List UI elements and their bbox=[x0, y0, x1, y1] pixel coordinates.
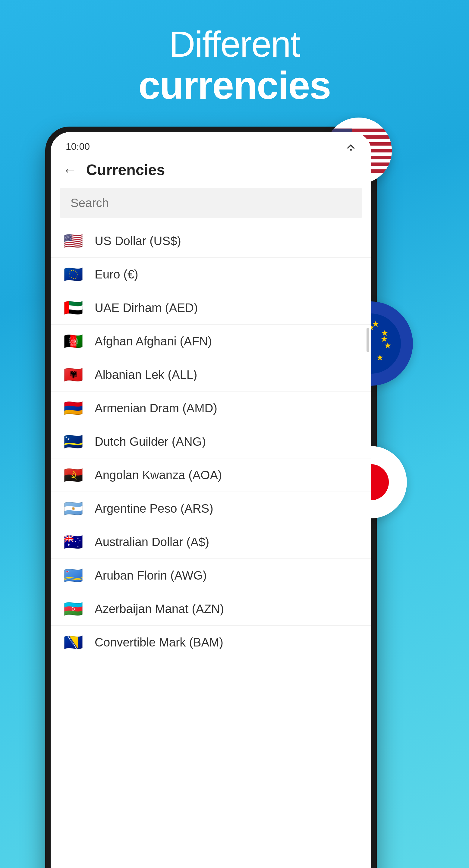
page-title: Currencies bbox=[86, 161, 165, 179]
status-bar: 10:00 bbox=[51, 132, 371, 155]
currency-list-item[interactable]: 🇦🇱Albanian Lek (ALL) bbox=[51, 358, 371, 392]
currency-name: US Dollar (US$) bbox=[95, 234, 181, 248]
status-icons bbox=[345, 143, 356, 151]
currency-name: Angolan Kwanza (AOA) bbox=[95, 468, 222, 482]
status-time: 10:00 bbox=[66, 141, 90, 152]
signal-icon bbox=[345, 143, 356, 151]
currency-name: Afghan Afghani (AFN) bbox=[95, 335, 212, 348]
svg-rect-30 bbox=[350, 149, 352, 151]
currency-flag: 🇦🇱 bbox=[63, 367, 84, 382]
header-line1: Different bbox=[0, 24, 469, 64]
currency-list-item[interactable]: 🇦🇷Argentine Peso (ARS) bbox=[51, 492, 371, 525]
phone-frame: ★ ★ ★ ★ ★ ★ ★ ★ ★ ★ ★ ★ ★ ★ ★ ★ ★ bbox=[45, 127, 377, 868]
phone-screen: 10:00 ← Currencies 🇺� bbox=[51, 132, 371, 868]
phone-content: 10:00 ← Currencies 🇺� bbox=[51, 132, 371, 868]
svg-text:★: ★ bbox=[372, 319, 379, 329]
currency-name: Euro (€) bbox=[95, 268, 138, 281]
currency-flag: 🇦🇺 bbox=[63, 534, 84, 550]
search-container bbox=[60, 188, 362, 218]
currency-list-item[interactable]: 🇦🇺Australian Dollar (A$) bbox=[51, 525, 371, 559]
currency-name: Argentine Peso (ARS) bbox=[95, 502, 213, 516]
currency-flag: 🇦🇼 bbox=[63, 568, 84, 583]
currency-flag: 🇦🇪 bbox=[63, 300, 84, 315]
back-button[interactable]: ← bbox=[63, 162, 77, 179]
currency-name: Aruban Florin (AWG) bbox=[95, 569, 207, 582]
currency-flag: 🇦🇿 bbox=[63, 601, 84, 616]
currency-list-item[interactable]: 🇦🇪UAE Dirham (AED) bbox=[51, 291, 371, 324]
currency-flag: 🇨🇼 bbox=[63, 434, 84, 449]
currency-list: 🇺🇸US Dollar (US$)🇪🇺Euro (€)🇦🇪UAE Dirham … bbox=[51, 224, 371, 868]
currency-name: Albanian Lek (ALL) bbox=[95, 368, 197, 381]
currency-flag: 🇺🇸 bbox=[63, 233, 84, 248]
scrollbar[interactable] bbox=[367, 328, 369, 352]
currency-list-item[interactable]: 🇺🇸US Dollar (US$) bbox=[51, 224, 371, 258]
currency-flag: 🇦🇴 bbox=[63, 467, 84, 483]
currency-flag: 🇦🇷 bbox=[63, 501, 84, 516]
currency-flag: 🇧🇦 bbox=[63, 635, 84, 650]
svg-text:★: ★ bbox=[376, 353, 384, 362]
header-section: Different currencies bbox=[0, 0, 469, 107]
currency-flag: 🇦🇲 bbox=[63, 401, 84, 415]
svg-text:★: ★ bbox=[380, 334, 388, 344]
header-line2: currencies bbox=[0, 64, 469, 107]
currency-list-item[interactable]: 🇦🇼Aruban Florin (AWG) bbox=[51, 559, 371, 592]
currency-name: Dutch Guilder (ANG) bbox=[95, 435, 206, 448]
currency-flag: 🇦🇫 bbox=[63, 334, 84, 349]
currency-list-item[interactable]: 🇪🇺Euro (€) bbox=[51, 258, 371, 291]
currency-name: Armenian Dram (AMD) bbox=[95, 401, 217, 415]
app-bar: ← Currencies bbox=[51, 155, 371, 188]
currency-list-item[interactable]: 🇧🇦Convertible Mark (BAM) bbox=[51, 626, 371, 659]
currency-name: UAE Dirham (AED) bbox=[95, 301, 198, 315]
search-input[interactable] bbox=[60, 188, 362, 218]
currency-list-item[interactable]: 🇨🇼Dutch Guilder (ANG) bbox=[51, 425, 371, 458]
currency-name: Australian Dollar (A$) bbox=[95, 535, 209, 549]
currency-list-item[interactable]: 🇦🇲Armenian Dram (AMD) bbox=[51, 392, 371, 425]
currency-flag: 🇪🇺 bbox=[63, 267, 84, 282]
currency-list-item[interactable]: 🇦🇫Afghan Afghani (AFN) bbox=[51, 324, 371, 358]
currency-list-item[interactable]: 🇦🇴Angolan Kwanza (AOA) bbox=[51, 458, 371, 492]
currency-name: Convertible Mark (BAM) bbox=[95, 636, 223, 649]
currency-name: Azerbaijan Manat (AZN) bbox=[95, 602, 224, 616]
currency-list-item[interactable]: 🇦🇿Azerbaijan Manat (AZN) bbox=[51, 592, 371, 626]
svg-marker-29 bbox=[347, 144, 355, 148]
